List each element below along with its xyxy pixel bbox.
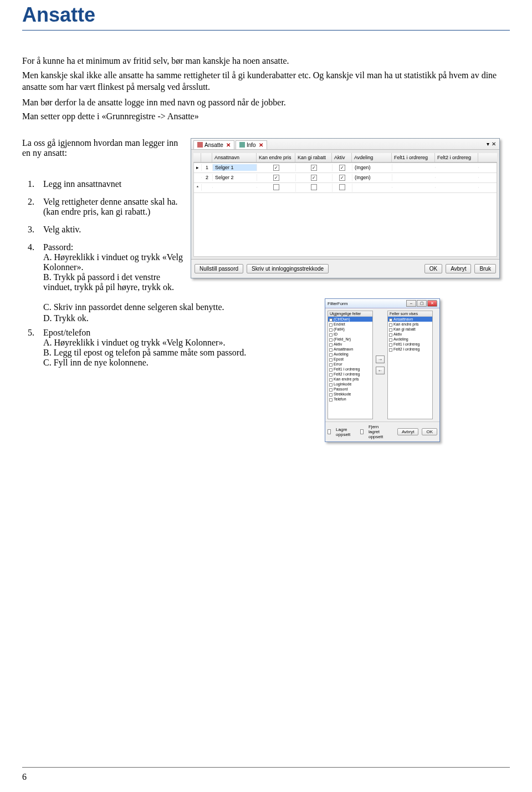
checkbox-icon[interactable]: ✓ [339, 175, 345, 181]
lagre-oppsett-label: Lagre oppsett [336, 427, 351, 437]
checkbox-icon[interactable] [273, 184, 279, 190]
checkbox-icon[interactable]: ✓ [311, 175, 317, 181]
dialog-title: FilterForm [328, 301, 406, 306]
info-tab-icon [239, 142, 245, 148]
step-2: Velg rettigheter denne ansatte skal ha. … [33, 197, 183, 217]
table-row[interactable]: ▸ 1 Selger 1 ✓ ✓ ✓ (Ingen) [194, 163, 497, 173]
dialog-avbryt-button[interactable]: Avbryt [397, 428, 419, 435]
list-item[interactable]: Kan gi rabatt [388, 327, 432, 332]
list-item[interactable]: Error [328, 362, 372, 367]
col-kan-gi-rabatt[interactable]: Kan gi rabatt [295, 153, 332, 162]
col-felt2[interactable]: Felt2 i ordrereg [435, 153, 478, 162]
list-item[interactable]: Kan endre pris [328, 377, 372, 382]
checkbox-icon[interactable] [311, 184, 317, 190]
list-item[interactable]: Felt1 i ordrereg [328, 367, 372, 372]
bruk-button[interactable]: Bruk [474, 264, 496, 273]
checkbox-icon[interactable] [339, 184, 345, 190]
lead-in: La oss gå igjennom hvordan man legger in… [22, 138, 183, 158]
dialog-ok-button[interactable]: OK [422, 428, 437, 435]
filterform-dialog: FilterForm – ▢ ✕ Utgjengelige felter (Ct… [325, 298, 440, 442]
step-4: Passord: A. Høyreklikk i vinduet og tryk… [33, 242, 183, 292]
row-avd[interactable]: (Ingen) [352, 174, 392, 181]
list-item[interactable]: (FatH) [328, 327, 372, 332]
checkbox-icon[interactable] [360, 429, 364, 434]
table-row[interactable]: 2 Selger 2 ✓ ✓ ✓ (Ingen) [194, 173, 497, 183]
list-item[interactable]: Felt2 i ordrereg [388, 347, 432, 352]
step-5a: A. Høyreklikk i vinduet og trykk «Velg K… [43, 338, 332, 348]
page-title: Ansatte [22, 0, 510, 27]
step-5-title: Epost/telefon [43, 328, 90, 337]
list-item[interactable]: Passord [328, 387, 372, 392]
minimize-icon[interactable]: – [406, 300, 416, 307]
list-item[interactable]: Avdeling [328, 352, 372, 357]
skriv-ut-button[interactable]: Skriv ut innloggingsstrekkode [247, 264, 329, 273]
ansatte-window: Ansatte✕ Info✕ ▾✕ Ansattnavn Kan endre p… [191, 138, 500, 278]
list-item[interactable]: Aktiv [388, 332, 432, 337]
list-item[interactable]: Endret [328, 322, 372, 327]
checkbox-icon[interactable]: ✓ [273, 175, 279, 181]
list-item[interactable]: Telefon [328, 397, 372, 402]
checkbox-icon[interactable]: ✓ [311, 165, 317, 171]
list-item[interactable]: Epost [328, 357, 372, 362]
col-felt1[interactable]: Felt1 i ordrereg [392, 153, 435, 162]
list-item[interactable]: Ansattnavn [388, 317, 432, 322]
list-item[interactable]: Aktiv [328, 342, 372, 347]
close-icon[interactable]: ✕ [226, 142, 231, 148]
grid-body[interactable]: ▸ 1 Selger 1 ✓ ✓ ✓ (Ingen) 2 Selger 2 ✓ … [193, 163, 497, 257]
ok-button[interactable]: OK [424, 264, 442, 273]
col-kan-endre-pris[interactable]: Kan endre pris [257, 153, 295, 162]
intro-p1: For å kunne ha et minimum av fritid selv… [22, 55, 510, 67]
list-item[interactable]: Felt1 i ordrereg [388, 342, 432, 347]
dropdown-icon[interactable]: ▾ [487, 141, 489, 147]
list-item[interactable]: Ansattnavn [328, 347, 372, 352]
tab-info[interactable]: Info✕ [236, 140, 267, 149]
step-3: Velg aktiv. [33, 225, 183, 235]
page-number: 6 [22, 772, 27, 782]
available-fields-list[interactable]: Utgjengelige felter (CtrlDwn)Endret(FatH… [328, 311, 373, 419]
step-1: Legg inn ansattnavnet [33, 179, 183, 189]
col-avdeling[interactable]: Avdeling [352, 153, 392, 162]
list-item[interactable]: ID [328, 332, 372, 337]
step-4d: D. Trykk ok. [22, 313, 332, 323]
step-5b: B. Legg til epost og telefon på samme må… [43, 348, 332, 358]
row-avd[interactable]: (Ingen) [352, 164, 392, 171]
close-panel-icon[interactable]: ✕ [492, 141, 496, 147]
step-5c: C. Fyll inn de nye kolonnene. [43, 358, 332, 368]
intro-p2: Men kanskje skal ikke alle ansatte ha sa… [22, 69, 510, 93]
grid-header: Ansattnavn Kan endre pris Kan gi rabatt … [193, 153, 497, 163]
table-row-new[interactable]: * [194, 183, 497, 193]
row-name[interactable]: Selger 2 [213, 174, 257, 181]
list-item[interactable]: Strekkode [328, 392, 372, 397]
step-4-title: Passord: [43, 242, 73, 252]
col-ansattnavn[interactable]: Ansattnavn [212, 153, 257, 162]
fjern-oppsett-label: Fjern lagret oppsett [369, 424, 391, 439]
nullstill-passord-button[interactable]: Nullstill passord [195, 264, 243, 273]
list-item[interactable]: Avdeling [388, 337, 432, 342]
step-4a: A. Høyreklikk i vinduet og trykk «Velg K… [43, 252, 183, 272]
close-icon[interactable]: ✕ [427, 300, 437, 307]
visible-fields-list[interactable]: Felter som vises AnsattnavnKan endre pri… [387, 311, 433, 419]
row-name[interactable]: Selger 1 [213, 164, 257, 171]
checkbox-icon[interactable] [328, 429, 331, 434]
arrow-right-button[interactable]: → [376, 356, 385, 363]
list-item[interactable]: Loginkode [328, 382, 372, 387]
maximize-icon[interactable]: ▢ [417, 300, 427, 307]
step-4b: B. Trykk på passord i det venstre vindue… [43, 272, 183, 292]
checkbox-icon[interactable]: ✓ [339, 165, 345, 171]
arrow-left-button[interactable]: ← [376, 367, 385, 374]
step-4c: C. Skriv inn passordet denne selgeren sk… [22, 302, 332, 312]
list-item[interactable]: Felt2 i ordrereg [328, 372, 372, 377]
checkbox-icon[interactable]: ✓ [273, 165, 279, 171]
list-item[interactable]: Kan endre pris [388, 322, 432, 327]
list-item[interactable]: (CtrlDwn) [328, 317, 372, 322]
avbryt-button[interactable]: Avbryt [446, 264, 471, 273]
intro-text: For å kunne ha et minimum av fritid selv… [22, 55, 510, 123]
list-item[interactable]: (Field_Nr) [328, 337, 372, 342]
available-fields-header: Utgjengelige felter [328, 311, 372, 317]
tab-ansatte[interactable]: Ansatte✕ [193, 140, 234, 149]
close-icon[interactable]: ✕ [259, 142, 263, 148]
row-num: 2 [202, 174, 213, 181]
visible-fields-header: Felter som vises [388, 311, 432, 317]
step-5: Epost/telefon A. Høyreklikk i vinduet og… [33, 328, 332, 368]
col-aktiv[interactable]: Aktiv [332, 153, 352, 162]
